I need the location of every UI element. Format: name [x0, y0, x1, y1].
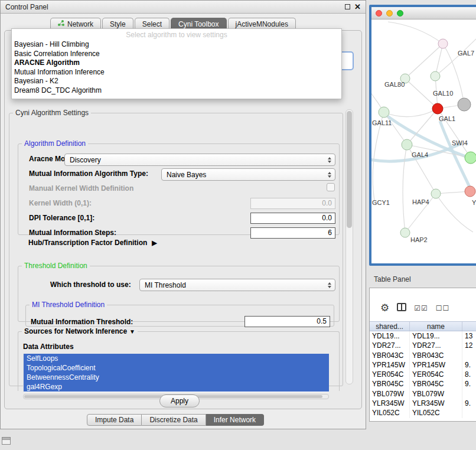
which-threshold-label: Which threshold to use:: [50, 281, 131, 289]
attribute-item-topologicalcoefficient[interactable]: TopologicalCoefficient: [24, 363, 329, 373]
network-node[interactable]: [400, 228, 410, 237]
table-cell: YLR345W: [410, 399, 462, 408]
node-label: HAP2: [410, 236, 428, 243]
node-label: GAL80: [384, 81, 405, 88]
table-row[interactable]: YLR345WYLR345W9.: [370, 399, 476, 408]
node-label: GAL10: [433, 90, 453, 97]
control-panel-titlebar[interactable]: Control Panel ✕: [1, 1, 366, 14]
bottom-tab-infer-network[interactable]: Infer Network: [206, 414, 264, 426]
checked-rows-icon[interactable]: ☑☑: [414, 304, 428, 312]
network-node[interactable]: [402, 139, 412, 150]
dpi-tolerance-field[interactable]: 0.0: [250, 213, 335, 224]
tab-label: Select: [142, 20, 162, 28]
bottom-tab-impute-data[interactable]: Impute Data: [87, 414, 142, 426]
zoom-traffic-light-icon[interactable]: [397, 10, 403, 17]
table-cell: [462, 408, 476, 418]
tab-label: Network: [67, 20, 93, 28]
table-toolbar: ⚙ ☑☑ ☐☐: [370, 288, 476, 319]
table-row[interactable]: YBL079WYBL079W: [370, 389, 476, 399]
attribute-item-betweennesscentrality[interactable]: BetweennessCentrality: [24, 373, 329, 382]
dropdown-item-bayesian-hill-climbing[interactable]: Bayesian - Hill Climbing: [12, 40, 341, 50]
minimized-panel-icon[interactable]: [2, 437, 11, 445]
dropdown-item-bayesian-k2[interactable]: Bayesian - K2: [12, 77, 341, 86]
network-node[interactable]: [465, 186, 475, 197]
node-label: GAL7: [458, 50, 474, 57]
table-cell: YDR27...: [410, 341, 462, 350]
gear-icon[interactable]: ⚙: [380, 302, 389, 314]
expand-right-icon[interactable]: ▶: [152, 239, 157, 246]
network-window-titlebar[interactable]: [371, 7, 476, 19]
network-node[interactable]: [438, 39, 448, 48]
close-traffic-light-icon[interactable]: [376, 10, 382, 17]
aracne-mode-select[interactable]: Discovery: [64, 154, 335, 166]
table-body: YDL19...YDL19...13YDR27...YDR27...12YBR0…: [370, 331, 476, 421]
manual-kernel-width-checkbox[interactable]: [327, 183, 335, 191]
network-node[interactable]: [458, 98, 471, 111]
node-label: GAL11: [372, 119, 392, 126]
node-label: GAL4: [412, 151, 428, 158]
table-cell: YER054C: [370, 370, 410, 379]
mi-threshold-field[interactable]: 0.5: [244, 316, 330, 327]
table-row[interactable]: YBR045CYBR045C9.: [370, 379, 476, 389]
tab-label: Style: [110, 20, 126, 28]
network-node[interactable]: [379, 107, 389, 118]
network-node[interactable]: [431, 189, 441, 198]
network-canvas[interactable]: GAL7GAL80GAL10GAL11GAL1SWI4GAL4GCY1HAP4Y…: [371, 19, 476, 263]
dropdown-placeholder: Select algorithm to view settings: [12, 30, 341, 40]
sources-section-title[interactable]: Sources for Network Inference▼: [22, 327, 138, 335]
network-node[interactable]: [431, 71, 440, 81]
attribute-item-selfloops[interactable]: SelfLoops: [24, 354, 329, 363]
float-window-icon[interactable]: [345, 4, 350, 9]
table-cell: YIL052C: [370, 408, 410, 418]
tab-label: jActiveMNodules: [236, 20, 288, 28]
table-panel-title: Table Panel: [374, 275, 411, 283]
mi-steps-field[interactable]: 6: [250, 227, 335, 239]
bottom-tab-discretize-data[interactable]: Discretize Data: [142, 414, 206, 426]
dpi-tolerance-label: DPI Tolerance [0,1]:: [29, 214, 94, 222]
table-cell: [462, 389, 476, 399]
unchecked-rows-icon[interactable]: ☐☐: [436, 304, 450, 312]
table-header: shared...name: [370, 321, 476, 331]
algorithm-dropdown-popup: Select algorithm to view settings Bayesi…: [11, 28, 342, 99]
hub-transcription-factor-section[interactable]: Hub/Transcription Factor Definition▶: [28, 239, 157, 247]
mi-threshold-definition-title: MI Threshold Definition: [30, 301, 107, 309]
attribute-item-gal4rgexp[interactable]: gal4RGexp: [24, 382, 329, 392]
mi-algorithm-type-value: Naive Bayes: [167, 171, 206, 179]
table-row[interactable]: YDL19...YDL19...13: [370, 331, 476, 341]
column-header-shared[interactable]: shared...: [370, 322, 410, 331]
dropdown-item-aracne-algorithm[interactable]: ARACNE Algorithm: [12, 58, 341, 68]
table-cell: YDR27...: [370, 341, 410, 350]
settings-vertical-scrollbar[interactable]: [345, 109, 353, 384]
dropdown-item-dream8-dc-tdc-algorithm[interactable]: Dream8 DC_TDC Algorithm: [12, 86, 341, 96]
table-cell: YDL19...: [370, 331, 410, 341]
columns-icon[interactable]: [397, 303, 406, 314]
close-window-icon[interactable]: ✕: [354, 3, 361, 11]
mi-algorithm-type-select[interactable]: Naive Bayes: [161, 168, 335, 181]
collapse-down-icon[interactable]: ▼: [129, 328, 135, 335]
column-header-2[interactable]: [462, 322, 476, 331]
network-node[interactable]: [432, 103, 443, 114]
table-cell: 9.: [462, 399, 476, 408]
which-threshold-select[interactable]: MI Threshold: [139, 279, 335, 291]
dropdown-item-list: Bayesian - Hill ClimbingBasic Correlatio…: [12, 40, 341, 95]
minimize-traffic-light-icon[interactable]: [386, 10, 393, 17]
aracne-mode-value: Discovery: [70, 156, 101, 164]
dropdown-item-mutual-information-inference[interactable]: Mutual Information Inference: [12, 68, 341, 77]
table-row[interactable]: YIL052CYIL052C: [370, 408, 476, 418]
table-row[interactable]: YER054CYER054C8.: [370, 370, 476, 379]
table-row[interactable]: YPR145WYPR145W9.: [370, 360, 476, 370]
kernel-width-field[interactable]: 0.0: [250, 198, 335, 209]
table-row[interactable]: YDR27...YDR27...12: [370, 341, 476, 350]
column-header-name[interactable]: name: [410, 322, 462, 331]
combo-arrows-icon: [328, 172, 331, 178]
sources-for-network-inference-group: Sources for Network Inference▼ Data Attr…: [18, 327, 340, 391]
tab-label: Cyni Toolbox: [178, 20, 219, 28]
dropdown-item-basic-correlation-inference[interactable]: Basic Correlation Inference: [12, 50, 341, 59]
data-attributes-list[interactable]: SelfLoopsTopologicalCoefficientBetweenne…: [23, 354, 329, 392]
table-row[interactable]: YBR043CYBR043C: [370, 351, 476, 360]
network-node[interactable]: [465, 152, 476, 164]
algorithm-definition-group: Algorithm Definition Aracne Mode: Discov…: [18, 139, 340, 235]
desktop: Control Panel ✕ NetworkStyleSelectCyni T…: [0, 0, 476, 450]
apply-button[interactable]: Apply: [159, 394, 200, 407]
table-cell: YPR145W: [410, 360, 462, 370]
